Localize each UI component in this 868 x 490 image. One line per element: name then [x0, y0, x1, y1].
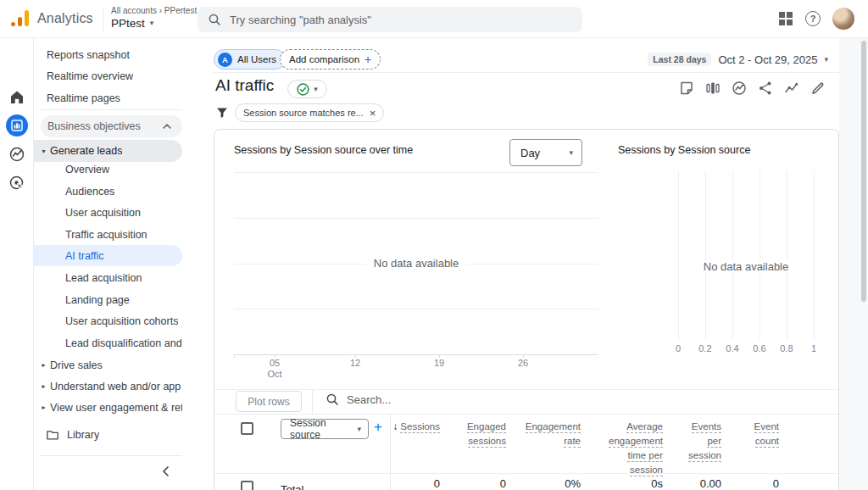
x-tick-label: 0.6 — [747, 343, 772, 354]
explore-nav-button[interactable] — [8, 146, 25, 163]
x-tick-label: 0.4 — [720, 343, 745, 354]
sidebar-item-audiences[interactable]: Audiences — [34, 181, 182, 202]
sidebar-item-user-acquisition-cohorts[interactable]: User acquisition cohorts — [34, 310, 182, 331]
global-search[interactable] — [198, 7, 582, 32]
close-icon[interactable]: × — [370, 108, 376, 119]
check-circle-icon — [297, 83, 309, 96]
edit-report-button[interactable] — [810, 80, 826, 97]
granularity-select[interactable]: Day ▾ — [509, 139, 582, 166]
sidebar-item-reports-snapshot[interactable]: Reports snapshot — [34, 44, 182, 65]
table-header-bottom-divider — [214, 473, 838, 474]
table-search[interactable] — [326, 393, 584, 406]
compare-reports-button[interactable] — [704, 80, 721, 97]
sidebar-item-lead-disqualification[interactable]: Lead disqualification and l... — [34, 332, 182, 354]
notes-button[interactable] — [678, 80, 695, 97]
explore-icon — [8, 146, 25, 163]
chevron-left-icon — [159, 465, 173, 478]
logo-dot — [11, 22, 15, 26]
sidebar-group-drive-sales[interactable]: ▸ Drive sales — [34, 354, 182, 376]
timeseries-chart-title: Sessions by Session source over time — [234, 144, 413, 156]
report-actions — [678, 80, 826, 97]
vertical-scrollbar[interactable] — [861, 41, 866, 302]
sidebar-item-overview[interactable]: Overview — [34, 159, 182, 180]
all-users-segment-chip[interactable]: A All Users — [214, 49, 286, 70]
caret-right-icon: ▸ — [37, 404, 50, 411]
caret-right-icon: ▸ — [37, 382, 50, 390]
table-divider — [214, 389, 838, 390]
sidebar-item-user-acquisition[interactable]: User acquisition — [34, 202, 182, 223]
sidebar-item-lead-acquisition[interactable]: Lead acquisition — [34, 267, 182, 288]
sidebar-item-library[interactable]: Library — [34, 424, 182, 445]
sidebar-item-realtime-pages[interactable]: Realtime pages — [34, 87, 182, 109]
apps-grid-button[interactable] — [778, 11, 793, 26]
reports-nav-button[interactable] — [6, 114, 28, 136]
gridline — [234, 218, 598, 219]
add-comparison-chip[interactable]: Add comparison + — [280, 49, 381, 70]
sparkline-icon — [784, 81, 799, 96]
insights-icon — [732, 81, 747, 96]
help-button[interactable]: ? — [805, 11, 821, 26]
column-header-event-count[interactable]: Event count — [694, 420, 779, 449]
gridline — [234, 309, 598, 309]
chevron-down-icon: ▾ — [314, 86, 318, 93]
chevron-down-icon: ▾ — [150, 19, 154, 27]
sidebar-divider — [41, 455, 182, 456]
select-all-checkbox[interactable] — [241, 422, 253, 435]
gridline — [814, 170, 815, 340]
share-button[interactable] — [757, 80, 774, 97]
sidebar-section-business-objectives[interactable]: Business objectives — [41, 115, 182, 137]
insights-button[interactable] — [731, 80, 748, 97]
logo-bar-short — [18, 17, 22, 26]
segment-avatar: A — [218, 53, 232, 67]
report-status-badge[interactable]: ▾ — [287, 80, 327, 98]
avatar[interactable] — [832, 8, 854, 30]
table-header-top-divider — [214, 414, 838, 415]
gridline — [732, 170, 733, 340]
home-button[interactable] — [8, 89, 25, 106]
total-engagement-rate: 0% — [496, 477, 581, 490]
caret-down-icon: ▾ — [37, 148, 50, 155]
filter-chip-label: Session source matches re... — [243, 108, 364, 118]
gridline — [705, 170, 706, 340]
filter-funnel-icon — [216, 107, 228, 119]
segment-label: All Users — [237, 54, 276, 64]
table-search-input[interactable] — [347, 393, 584, 406]
sidebar-group-understand-web-app[interactable]: ▸ Understand web and/or app t... — [34, 376, 182, 397]
column-header-engagement-rate[interactable]: Engagement rate — [496, 420, 581, 449]
share-icon — [758, 81, 773, 96]
breadcrumb-separator: › — [159, 6, 162, 15]
plus-icon: + — [364, 53, 371, 66]
trend-analysis-button[interactable] — [783, 80, 800, 97]
sidebar-group-view-user-engagement[interactable]: ▸ View user engagement & rete... — [34, 397, 182, 418]
x-tick-label: 26 — [506, 358, 540, 369]
sidebar-item-landing-page[interactable]: Landing page — [34, 289, 182, 310]
chevron-down-icon: ▾ — [569, 149, 573, 157]
question-icon: ? — [810, 14, 816, 24]
date-range-selector[interactable]: Last 28 days Oct 2 - Oct 29, 2025 ▾ — [648, 49, 828, 70]
search-input[interactable] — [230, 14, 552, 26]
gridline — [234, 172, 598, 173]
gridline — [678, 170, 679, 340]
google-analytics-logo[interactable] — [11, 8, 33, 29]
advertising-nav-button[interactable] — [8, 175, 25, 192]
total-row-label: Total — [281, 483, 303, 490]
edit-pencil-icon — [810, 81, 826, 96]
plot-rows-button[interactable]: Plot rows — [236, 391, 302, 412]
breadcrumb: All accounts › PPertest — [111, 6, 197, 15]
x-tick-label: 19 — [422, 358, 456, 369]
chevron-up-icon — [163, 124, 171, 129]
search-icon — [326, 393, 339, 406]
property-switcher[interactable]: PPtest ▾ — [111, 17, 153, 30]
sidebar-item-ai-traffic-active[interactable]: AI traffic — [34, 245, 182, 266]
collapse-sidebar-button[interactable] — [159, 465, 176, 478]
sidebar-item-realtime-overview[interactable]: Realtime overview — [34, 65, 182, 86]
total-event-count: 0 — [694, 477, 779, 490]
filter-chip[interactable]: Session source matches re... × — [235, 103, 384, 122]
column-header-engaged-sessions[interactable]: Engaged sessions — [421, 420, 506, 449]
x-tick-label: 1 — [801, 343, 826, 354]
sidebar-item-traffic-acquisition[interactable]: Traffic acquisition — [34, 224, 182, 245]
total-row-checkbox[interactable] — [241, 481, 253, 490]
grid-icon — [778, 11, 793, 26]
report-nav-sidebar: Reports snapshot Realtime overview Realt… — [34, 38, 203, 490]
left-rail — [0, 38, 34, 490]
